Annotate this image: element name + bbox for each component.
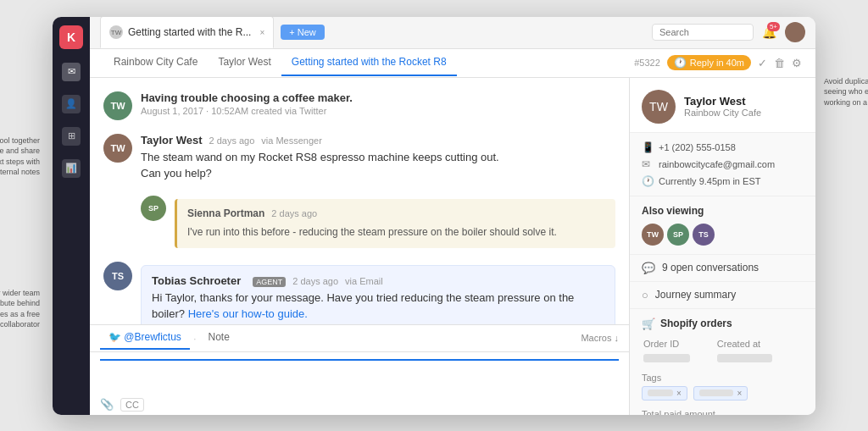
far-sidebar: K ✉ 👤 ⊞ 📊 (53, 17, 90, 415)
viewer-avatar-1: TW (642, 224, 664, 246)
original-title: Having trouble choosing a coffee maker. (141, 91, 615, 104)
name-tobias: Tobias Schroeter (152, 274, 241, 287)
avatar-tobias: TS (103, 262, 132, 290)
original-body: Having trouble choosing a coffee maker. … (141, 91, 615, 120)
email-icon: ✉ (642, 158, 654, 170)
tag-1-placeholder (648, 390, 673, 396)
agent-badge: AGENT (253, 277, 286, 287)
ticket-id: #5322 (634, 58, 660, 68)
search-input[interactable] (652, 24, 754, 41)
reply-input-area (90, 352, 629, 395)
content-row: TW Having trouble choosing a coffee make… (90, 78, 815, 415)
macros-button[interactable]: Macros ↓ (581, 333, 619, 343)
sidebar-icon-inbox[interactable]: ✉ (62, 63, 81, 81)
shopify-title: 🛒 Shopify orders (642, 318, 804, 330)
contact-email-row: ✉ rainbowcitycafe@gmail.com (642, 158, 804, 170)
header-sienna: Sienna Portman 2 days ago (187, 207, 605, 222)
tab-label: Getting started with the R... (128, 26, 251, 38)
conversation-area: TW Having trouble choosing a coffee make… (90, 78, 629, 415)
contact-company: Rainbow City Cafe (684, 108, 761, 118)
quoted-message: Sienna Portman 2 days ago I've run into … (175, 199, 615, 248)
tags-label: Tags (642, 373, 804, 383)
text1-taylor: The steam wand on my Rocket RS8 espresso… (141, 149, 615, 166)
contact-header: TW Taylor West Rainbow City Cafe (630, 78, 815, 133)
trash-icon[interactable]: 🗑 (774, 57, 785, 69)
text-tobias: Hi Taylor, thanks for your message. Have… (152, 290, 604, 323)
conversations-icon: 💬 (642, 262, 655, 274)
sidebar-icon-grid[interactable]: ⊞ (62, 127, 81, 146)
header-tobias: Tobias Schroeter AGENT 2 days ago via Em… (152, 274, 604, 287)
reply-box: 🐦 @Brewfictus · Note Macros ↓ 📎 (90, 324, 629, 415)
body-taylor: Taylor West 2 days ago via Messenger The… (141, 134, 615, 182)
message-taylor: TW Taylor West 2 days ago via Messenger … (103, 134, 615, 182)
right-sidebar: TW Taylor West Rainbow City Cafe 📱 +1 (2… (629, 78, 815, 415)
name-taylor: Taylor West (141, 134, 202, 146)
tag-2-close[interactable]: × (737, 389, 742, 398)
viewer-avatar-2: SP (667, 224, 689, 246)
tag-2-placeholder (699, 390, 733, 396)
notification-bell[interactable]: 🔔 5+ (762, 25, 776, 39)
reply-tabs: 🐦 @Brewfictus · Note Macros ↓ (90, 325, 629, 352)
subnav-item-conversation[interactable]: Getting started with the Rocket R8 (281, 49, 457, 76)
message-tobias: TS Tobias Schroeter AGENT 2 days ago via… (103, 262, 615, 324)
created-at-placeholder (717, 354, 772, 362)
settings-icon[interactable]: ⚙ (792, 57, 802, 69)
message-sienna: SP Sienna Portman 2 days ago I've run in… (141, 196, 615, 248)
original-avatar: TW (103, 91, 132, 120)
tag-1-close[interactable]: × (676, 389, 682, 398)
app-logo[interactable]: K (59, 25, 83, 49)
reply-badge: 🕐 Reply in 40m (667, 55, 751, 70)
search-area: 🔔 5+ (652, 22, 805, 42)
via-tobias: via Email (345, 276, 383, 286)
sidebar-icon-users[interactable]: 👤 (62, 95, 81, 113)
also-viewing-section: Also viewing TW SP TS (630, 196, 815, 254)
notification-badge: 5+ (767, 22, 780, 31)
order-id-placeholder (643, 354, 690, 362)
reply-tab-note[interactable]: Note (200, 326, 238, 350)
contact-phone-row: 📱 +1 (202) 555-0158 (642, 141, 804, 153)
attachment-icon[interactable]: 📎 (100, 398, 114, 411)
col-created-at: Created at (717, 339, 802, 352)
shopify-row (643, 354, 802, 364)
viewers-list: TW SP TS (642, 224, 804, 246)
check-icon[interactable]: ✓ (758, 57, 767, 69)
tab-avatar: TW (109, 25, 123, 39)
subnav-item-rainbow[interactable]: Rainbow City Cafe (103, 49, 208, 76)
text2-taylor: Can you help? (141, 165, 615, 182)
reply-tab-twitter[interactable]: 🐦 @Brewfictus (100, 326, 190, 350)
time-tobias: 2 days ago (292, 276, 338, 286)
tags-row: Tags × × (642, 373, 804, 401)
sub-nav: Rainbow City Cafe Taylor West Getting st… (90, 49, 815, 78)
top-bar: TW Getting started with the R... × + New… (90, 17, 815, 49)
journey-summary-item[interactable]: ○ Journey summary (630, 281, 815, 308)
active-tab[interactable]: TW Getting started with the R... × (100, 17, 274, 49)
tab-close-icon[interactable]: × (259, 28, 264, 37)
contact-phone: +1 (202) 555-0158 (659, 142, 736, 152)
body-sienna: Sienna Portman 2 days ago I've run into … (175, 196, 615, 248)
subnav-actions: #5322 🕐 Reply in 40m ✓ 🗑 ⚙ (634, 55, 802, 70)
open-conversations-item[interactable]: 💬 9 open conversations (630, 254, 815, 281)
total-amount-section: Total paid amount 152.89 USD (642, 409, 804, 415)
contact-avatar: TW (642, 90, 676, 124)
contact-details: 📱 +1 (202) 555-0158 ✉ rainbowcitycafe@gm… (630, 133, 815, 196)
body-tobias: Tobias Schroeter AGENT 2 days ago via Em… (141, 262, 615, 324)
subnav-item-taylor[interactable]: Taylor West (208, 49, 281, 76)
contact-email: rainbowcitycafe@gmail.com (659, 159, 775, 169)
text-sienna: I've run into this before - reducing the… (187, 224, 605, 240)
cc-button[interactable]: CC (120, 398, 144, 412)
new-button[interactable]: + New (281, 25, 325, 40)
howto-link[interactable]: Here's our how-to guide. (188, 307, 308, 320)
phone-icon: 📱 (642, 141, 654, 153)
messages-list: TW Having trouble choosing a coffee make… (90, 78, 629, 324)
contact-name: Taylor West (684, 95, 761, 108)
shopify-section: 🛒 Shopify orders Order ID Created at (630, 308, 815, 415)
header-taylor: Taylor West 2 days ago via Messenger (141, 134, 615, 146)
user-avatar[interactable] (785, 22, 805, 42)
main-content: TW Getting started with the R... × + New… (90, 17, 815, 415)
time-sienna: 2 days ago (271, 208, 317, 218)
annotation-left1: Pool together knowledge and share next s… (0, 135, 40, 178)
sidebar-icon-chart[interactable]: 📊 (62, 159, 81, 178)
contact-time-row: 🕐 Currently 9.45pm in EST (642, 175, 804, 187)
via-taylor: via Messenger (261, 135, 322, 146)
viewer-avatar-3: TS (693, 224, 715, 246)
